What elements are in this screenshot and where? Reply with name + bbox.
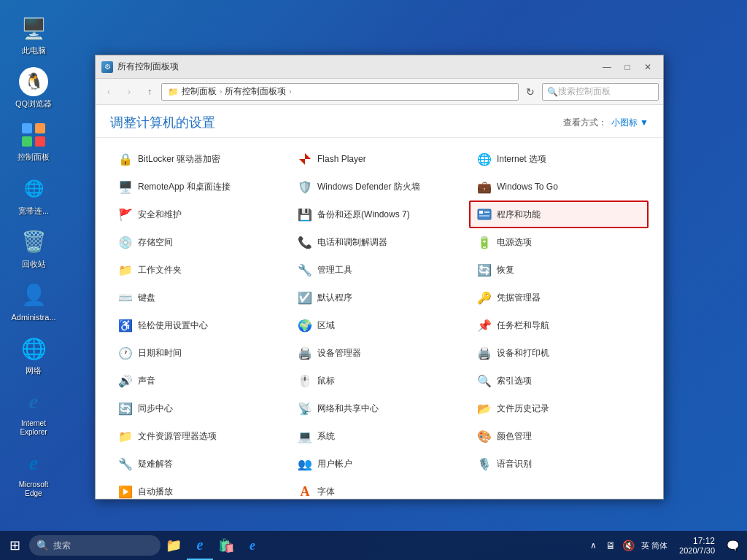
edge-label: MicrosoftEdge bbox=[19, 481, 49, 498]
datetime-label: 日期和时间 bbox=[138, 347, 182, 359]
tray-ime[interactable]: 英 简体 bbox=[638, 538, 670, 553]
item-color[interactable]: 🎨 颜色管理 bbox=[469, 422, 649, 450]
item-devmgr[interactable]: 🖨️ 设备管理器 bbox=[290, 339, 469, 367]
taskbar-search[interactable]: 🔍 搜索 bbox=[29, 535, 160, 556]
window-title-icon: ⚙ bbox=[101, 61, 113, 73]
item-phone[interactable]: 📞 电话和调制解调器 bbox=[290, 228, 469, 256]
svg-rect-0 bbox=[22, 123, 32, 133]
autoplay-icon: ▶️ bbox=[117, 483, 133, 499]
desktop-icon-ie[interactable]: e InternetExplorer bbox=[7, 384, 60, 440]
filehist-label: 文件历史记录 bbox=[497, 402, 549, 415]
clock-date: 2020/7/30 bbox=[679, 546, 715, 555]
desktop-icon-control[interactable]: 控制面板 bbox=[7, 117, 60, 165]
maximize-button[interactable]: □ bbox=[618, 60, 637, 74]
item-speech[interactable]: 🎙️ 语音识别 bbox=[469, 450, 649, 478]
taskbar-icon-edge[interactable]: e bbox=[187, 531, 213, 560]
desktop-icon-edge[interactable]: e MicrosoftEdge bbox=[7, 446, 60, 501]
item-workfolder[interactable]: 📁 工作文件夹 bbox=[110, 256, 290, 284]
item-datetime[interactable]: 🕐 日期和时间 bbox=[110, 339, 290, 367]
item-taskbar[interactable]: 📌 任务栏和导航 bbox=[469, 311, 649, 339]
item-sync[interactable]: 🔄 同步中心 bbox=[110, 394, 290, 422]
desktop-icon-network[interactable]: 🌐 网络 bbox=[7, 331, 60, 378]
tray-sound-icon[interactable]: 🔇 bbox=[621, 538, 635, 553]
taskbar-icon-store[interactable]: 🛍️ bbox=[213, 531, 239, 560]
item-credential[interactable]: 🔑 凭据管理器 bbox=[469, 284, 649, 311]
minimize-button[interactable]: — bbox=[597, 60, 616, 74]
taskbar-icon-ie[interactable]: e bbox=[239, 531, 266, 560]
item-internet[interactable]: 🌐 Internet 选项 bbox=[469, 145, 649, 173]
item-trouble[interactable]: 🔧 疑难解答 bbox=[110, 450, 290, 478]
windowsto-label: Windows To Go bbox=[497, 182, 558, 192]
user-icon: 👥 bbox=[297, 456, 313, 472]
desktop: 🖥️ 此电脑 🐧 QQ浏览器 控制面板 🌐 宽带连... 🗑️ bbox=[0, 0, 747, 560]
back-button[interactable]: ‹ bbox=[100, 83, 117, 101]
workfolder-icon: 📁 bbox=[117, 262, 133, 278]
notification-button[interactable]: 🗨️ bbox=[724, 531, 741, 560]
close-button[interactable]: ✕ bbox=[638, 60, 657, 74]
window-title-area: ⚙ 所有控制面板项 bbox=[101, 61, 179, 73]
item-default[interactable]: ☑️ 默认程序 bbox=[290, 284, 469, 311]
item-network2[interactable]: 📡 网络和共享中心 bbox=[290, 394, 469, 422]
chevron-down-icon: ▼ bbox=[640, 117, 649, 128]
item-storage[interactable]: 💿 存储空间 bbox=[110, 228, 290, 256]
storage-label: 存储空间 bbox=[138, 236, 173, 249]
item-flashplayer[interactable]: Flash Player bbox=[290, 145, 469, 173]
credential-icon: 🔑 bbox=[476, 289, 492, 306]
clock-time: 17:12 bbox=[693, 536, 715, 546]
view-current[interactable]: 小图标 ▼ bbox=[611, 117, 649, 129]
desktop-icon-computer[interactable]: 🖥️ 此电脑 bbox=[7, 11, 60, 58]
refresh-button[interactable]: ↻ bbox=[522, 83, 539, 101]
item-autoplay[interactable]: ▶️ 自动播放 bbox=[110, 478, 290, 499]
item-programs[interactable]: 程序和功能 bbox=[469, 201, 649, 228]
address-path[interactable]: 📁 控制面板 › 所有控制面板项 › bbox=[161, 83, 519, 101]
taskbar-ie-icon: e bbox=[249, 538, 255, 553]
up-button[interactable]: ↑ bbox=[141, 83, 158, 101]
sync-label: 同步中心 bbox=[138, 402, 173, 415]
item-windowsto[interactable]: 💼 Windows To Go bbox=[469, 173, 649, 201]
search-box[interactable]: 🔍 搜索控制面板 bbox=[542, 83, 659, 101]
admin-label: Administra... bbox=[11, 313, 55, 322]
item-bitlocker[interactable]: 🔒 BitLocker 驱动器加密 bbox=[110, 145, 290, 173]
forward-button[interactable]: › bbox=[120, 83, 138, 101]
sound-icon: 🔊 bbox=[117, 373, 133, 389]
item-keyboard[interactable]: ⌨️ 键盘 bbox=[110, 284, 290, 311]
item-filehist[interactable]: 📂 文件历史记录 bbox=[469, 394, 649, 422]
svg-rect-2 bbox=[22, 136, 32, 147]
tray-hidden-button[interactable]: ∧ bbox=[586, 538, 600, 553]
network-label: 网络 bbox=[26, 366, 42, 376]
item-index[interactable]: 🔍 索引选项 bbox=[469, 367, 649, 394]
index-icon: 🔍 bbox=[476, 373, 492, 389]
item-mouse[interactable]: 🖱️ 鼠标 bbox=[290, 367, 469, 394]
desktop-icon-qq[interactable]: 🐧 QQ浏览器 bbox=[7, 64, 60, 112]
item-manage[interactable]: 🔧 管理工具 bbox=[290, 256, 469, 284]
item-defender[interactable]: 🛡️ Windows Defender 防火墙 bbox=[290, 173, 469, 201]
tray-network-icon[interactable]: 🖥 bbox=[603, 538, 618, 553]
taskbar-icon-file-explorer[interactable]: 📁 bbox=[160, 531, 187, 560]
svg-marker-4 bbox=[299, 153, 311, 165]
item-sound[interactable]: 🔊 声音 bbox=[110, 367, 290, 394]
item-fileexp[interactable]: 📁 文件资源管理器选项 bbox=[110, 422, 290, 450]
item-backup[interactable]: 💾 备份和还原(Windows 7) bbox=[290, 201, 469, 228]
devprint-icon: 🖨️ bbox=[476, 345, 492, 361]
item-restore[interactable]: 🔄 恢复 bbox=[469, 256, 649, 284]
desktop-icon-admin[interactable]: 👤 Administra... bbox=[7, 278, 60, 325]
item-power[interactable]: 🔋 电源选项 bbox=[469, 228, 649, 256]
item-font[interactable]: A 字体 bbox=[290, 478, 469, 499]
item-user[interactable]: 👥 用户帐户 bbox=[290, 450, 469, 478]
item-security[interactable]: 🚩 安全和维护 bbox=[110, 201, 290, 228]
item-devprint[interactable]: 🖨️ 设备和打印机 bbox=[469, 339, 649, 367]
ime-label: 英 简体 bbox=[641, 540, 667, 551]
clock[interactable]: 17:12 2020/7/30 bbox=[673, 536, 721, 555]
devprint-label: 设备和打印机 bbox=[497, 347, 549, 359]
item-region[interactable]: 🌍 区域 bbox=[290, 311, 469, 339]
item-remoteapp[interactable]: 🖥️ RemoteApp 和桌面连接 bbox=[110, 173, 290, 201]
item-system[interactable]: 💻 系统 bbox=[290, 422, 469, 450]
default-icon: ☑️ bbox=[297, 289, 313, 306]
desktop-icon-broadband[interactable]: 🌐 宽带连... bbox=[7, 171, 60, 219]
devmgr-icon: 🖨️ bbox=[297, 345, 313, 361]
item-access[interactable]: ♿ 轻松使用设置中心 bbox=[110, 311, 290, 339]
start-button[interactable]: ⊞ bbox=[0, 531, 29, 560]
path-all-items: 所有控制面板项 bbox=[225, 85, 286, 98]
desktop-icon-recycle[interactable]: 🗑️ 回收站 bbox=[7, 225, 60, 272]
bitlocker-label: BitLocker 驱动器加密 bbox=[138, 153, 220, 166]
